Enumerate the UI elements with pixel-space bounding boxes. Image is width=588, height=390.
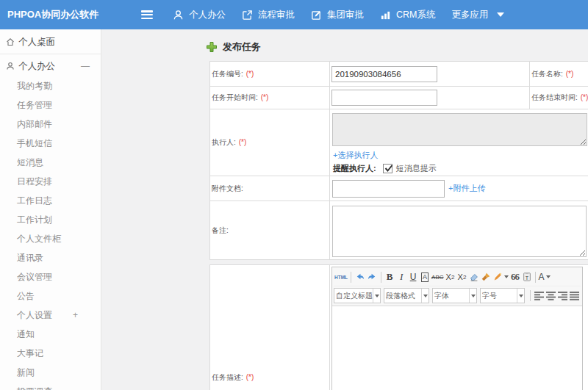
main-content: 发布任务 任务编号:(*) 任务名称:(*) 任务开始时间:(*) 任务结束时间… xyxy=(101,29,588,390)
sidebar-section-personal-office[interactable]: 个人办公 — xyxy=(0,56,101,76)
sidebar-item[interactable]: 手机短信 xyxy=(0,134,101,153)
sidebar-item[interactable]: 日程安排 xyxy=(0,172,101,191)
undo-icon xyxy=(354,272,365,283)
collapse-icon[interactable]: — xyxy=(81,61,90,71)
start-time-label-cell: 任务开始时间:(*) xyxy=(210,87,330,109)
underline-button[interactable]: U xyxy=(407,270,419,284)
sidebar-item[interactable]: 公告 xyxy=(0,286,101,306)
desc-label-cell: 任务描述:(*) xyxy=(210,265,330,390)
check-icon xyxy=(384,163,394,173)
nav-process-approval[interactable]: 流程审批 xyxy=(242,9,295,21)
note-label-cell: 备注: xyxy=(210,201,330,260)
wand-icon xyxy=(492,272,503,282)
bold-button[interactable]: B xyxy=(384,270,395,284)
format-wand-button[interactable] xyxy=(492,270,509,284)
custom-title-select[interactable]: 自定义标题 xyxy=(334,288,381,303)
menu-toggle-icon[interactable] xyxy=(141,10,153,19)
nav-personal-office[interactable]: 个人办公 xyxy=(173,9,226,21)
font-button[interactable]: A xyxy=(419,270,431,284)
sidebar-item[interactable]: 任务管理 xyxy=(0,95,101,115)
attachment-label-cell: 附件文档: xyxy=(210,176,330,201)
task-name-label-cell: 任务名称:(*) xyxy=(530,62,588,87)
sidebar-item[interactable]: 大事记 xyxy=(0,344,101,363)
font-family-select[interactable]: 字体 xyxy=(432,288,477,303)
strikethrough-button[interactable]: ABC xyxy=(431,270,444,284)
caret-down-icon xyxy=(504,275,509,278)
align-left-button[interactable] xyxy=(533,289,545,303)
sidebar-item-settings[interactable]: 个人设置+ xyxy=(0,306,101,325)
svg-text:T: T xyxy=(525,275,528,281)
undo-button[interactable] xyxy=(354,270,366,284)
nav-crm[interactable]: CRM系统 xyxy=(380,9,435,21)
nav-more-apps[interactable]: 更多应用 xyxy=(451,9,504,21)
brush-icon xyxy=(481,272,491,282)
editor-content-area[interactable] xyxy=(332,306,582,390)
italic-button[interactable]: I xyxy=(395,270,407,284)
sidebar-item-desktop[interactable]: 个人桌面 xyxy=(0,32,101,52)
bar-chart-icon xyxy=(380,10,391,21)
expand-icon[interactable]: + xyxy=(73,306,78,325)
app-logo: PHPOA协同办公软件 xyxy=(0,8,101,21)
end-time-label-cell: 任务结束时间:(*) xyxy=(530,87,588,109)
eraser-button[interactable] xyxy=(468,270,480,284)
sms-remind-checkbox[interactable] xyxy=(383,164,392,173)
align-center-icon xyxy=(546,292,556,300)
sidebar-item[interactable]: 内部邮件 xyxy=(0,115,101,134)
redo-button[interactable] xyxy=(366,270,379,284)
process-approve-icon xyxy=(242,10,253,21)
sms-remind-label: 短消息提示 xyxy=(396,163,437,174)
note-textarea[interactable] xyxy=(332,206,587,257)
user-icon xyxy=(173,10,184,21)
top-nav: 个人办公 流程审批 集团审批 CRM系统 更多应用 xyxy=(173,9,520,21)
page-title: 发布任务 xyxy=(223,40,261,54)
page-header: 发布任务 xyxy=(206,40,588,54)
task-form-table: 任务编号:(*) 任务名称:(*) 任务开始时间:(*) 任务结束时间:(*) … xyxy=(209,61,588,260)
eraser-icon xyxy=(469,272,479,282)
sidebar-item[interactable]: 我的考勤 xyxy=(0,76,101,95)
user-icon xyxy=(6,62,15,71)
sidebar: 个人桌面 个人办公 — 我的考勤 任务管理 内部邮件 手机短信 短消息 日程安排… xyxy=(0,29,101,390)
task-no-input[interactable] xyxy=(331,66,437,82)
font-color-button[interactable]: A xyxy=(538,270,551,284)
attachment-input[interactable] xyxy=(332,180,445,198)
clipboard-icon: T xyxy=(522,272,532,282)
task-no-label-cell: 任务编号:(*) xyxy=(210,62,330,87)
sidebar-item[interactable]: 通讯录 xyxy=(0,248,101,267)
start-time-input[interactable] xyxy=(331,90,437,106)
font-size-select[interactable]: 字号 xyxy=(480,288,525,303)
task-desc-table: 任务描述:(*) HTML xyxy=(209,264,588,390)
edit-square-icon xyxy=(311,10,322,21)
sidebar-submenu: 我的考勤 任务管理 内部邮件 手机短信 短消息 日程安排 工作日志 工作计划 个… xyxy=(0,76,101,390)
add-icon xyxy=(206,41,218,53)
subscript-button[interactable]: X2 xyxy=(456,270,468,284)
caret-down-icon xyxy=(546,275,551,278)
align-left-icon xyxy=(534,292,544,300)
align-right-button[interactable] xyxy=(556,289,568,303)
brush-button[interactable] xyxy=(480,270,492,284)
blockquote-button[interactable]: 66 xyxy=(509,270,521,284)
sidebar-item[interactable]: 工作计划 xyxy=(0,210,101,229)
sidebar-item[interactable]: 通知 xyxy=(0,325,101,344)
sidebar-item[interactable]: 个人文件柜 xyxy=(0,229,101,248)
sidebar-item[interactable]: 会议管理 xyxy=(0,267,101,286)
html-source-button[interactable]: HTML xyxy=(334,270,348,284)
sidebar-item[interactable]: 新闻 xyxy=(0,363,101,382)
redo-icon xyxy=(367,272,378,283)
nav-group-approval[interactable]: 集团审批 xyxy=(311,9,364,21)
attachment-upload-link[interactable]: +附件上传 xyxy=(448,183,485,194)
paste-button[interactable]: T xyxy=(521,270,533,284)
divider xyxy=(0,54,101,54)
align-right-icon xyxy=(558,292,567,300)
paragraph-format-select[interactable]: 段落格式 xyxy=(384,288,429,303)
topbar: PHPOA协同办公软件 个人办公 流程审批 集团审批 CRM系统 更多应用 xyxy=(0,0,588,29)
home-icon xyxy=(6,37,15,46)
superscript-button[interactable]: X2 xyxy=(445,270,456,284)
align-center-button[interactable] xyxy=(545,289,556,303)
choose-executor-link[interactable]: +选择执行人 xyxy=(333,150,588,161)
sidebar-item[interactable]: 短消息 xyxy=(0,153,101,172)
caret-down-icon xyxy=(497,12,504,17)
sidebar-item[interactable]: 工作日志 xyxy=(0,191,101,210)
align-justify-button[interactable] xyxy=(568,289,580,303)
sidebar-item[interactable]: 投票调查 xyxy=(0,382,101,390)
executor-textarea[interactable] xyxy=(332,113,587,146)
